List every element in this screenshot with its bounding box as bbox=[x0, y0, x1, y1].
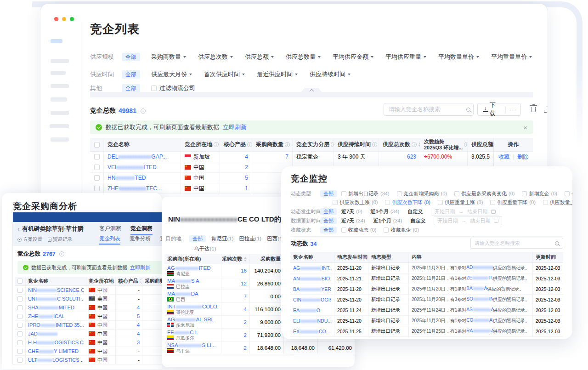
company-name[interactable]: H HxxxxxxxOGISTICS C... bbox=[28, 340, 84, 345]
table-row[interactable]: JADxxxxxxxx中国4 bbox=[15, 330, 162, 338]
row-checkbox[interactable] bbox=[17, 288, 23, 293]
company-name[interactable]: DELxxxxxxxxxxxxGAP... bbox=[107, 154, 167, 160]
search-icon[interactable] bbox=[466, 108, 470, 112]
company-name[interactable]: AGxxxxxxxxx INT... bbox=[293, 265, 331, 271]
table-row[interactable]: SHAxxxxxxxxMITED中国4 bbox=[15, 303, 162, 312]
sidebar-item-active[interactable] bbox=[51, 39, 62, 43]
checkbox[interactable] bbox=[543, 200, 548, 205]
company-name[interactable]: ANxxxxxxxxx BIO... bbox=[293, 276, 331, 281]
monitor-filter-option[interactable]: 竞企新增采购商(0) bbox=[397, 190, 447, 197]
filter-dropdown[interactable]: 首次供应时间 bbox=[204, 70, 245, 79]
content-company-name[interactable]: BAxxxxxA bbox=[466, 286, 487, 292]
table-row[interactable]: ULTxxxxxxLOGISTICS ...中国- bbox=[15, 356, 162, 364]
row-checkbox[interactable] bbox=[17, 349, 23, 354]
filter-dropdown[interactable]: 平均供应重量 bbox=[385, 53, 426, 61]
trash-icon[interactable] bbox=[531, 107, 536, 112]
fullscreen-icon[interactable] bbox=[544, 107, 548, 113]
content-company-name[interactable]: SOxxxxxxxINC bbox=[466, 296, 493, 303]
table-row[interactable]: DELxxxxxxxxxxxxGAP...新加坡47稳定竞企3 年 300 天6… bbox=[90, 152, 533, 162]
sort-icon[interactable] bbox=[244, 257, 247, 262]
table-row[interactable]: NSAxxxxxxxxx S LI...乌干达218,648.0018,648.… bbox=[164, 342, 355, 354]
row-checkbox[interactable] bbox=[94, 175, 100, 181]
destination-option[interactable]: 巴拉圭(1) bbox=[239, 235, 262, 242]
core-product-count[interactable]: 4 bbox=[245, 154, 248, 160]
purchaser-name[interactable]: MAxxxxxx S A bbox=[167, 278, 199, 284]
table-row[interactable]: H HxxxxxxxOGISTICS C...中国3 bbox=[15, 338, 162, 347]
purchase-times[interactable]: 2 bbox=[244, 345, 247, 351]
filter-all-chip[interactable]: 全部 bbox=[320, 190, 337, 197]
app-action-settings[interactable]: 方案设置 bbox=[17, 236, 42, 243]
download-button[interactable]: 下载 bbox=[478, 101, 505, 118]
sidebar-item[interactable] bbox=[51, 59, 69, 63]
select-all-checkbox[interactable] bbox=[94, 142, 100, 148]
purchase-times[interactable]: 7 bbox=[244, 294, 247, 299]
company-name[interactable]: SHAxxxxxxxxMITED bbox=[28, 305, 74, 310]
row-checkbox[interactable] bbox=[94, 186, 100, 191]
time-quick-option[interactable]: 近1个月(34) bbox=[371, 208, 400, 215]
row-checkbox[interactable] bbox=[17, 340, 23, 345]
search-input[interactable] bbox=[475, 240, 552, 246]
core-product-count[interactable]: 4 bbox=[137, 331, 140, 336]
sidebar-item[interactable] bbox=[51, 84, 69, 88]
core-product-count[interactable]: 4 bbox=[137, 322, 140, 328]
monitor-filter-option[interactable]: 供应次数下降(0) bbox=[385, 199, 430, 206]
close-window-button[interactable] bbox=[54, 17, 58, 21]
checkbox[interactable] bbox=[341, 191, 346, 196]
checkbox[interactable] bbox=[151, 85, 157, 91]
filter-all-chip[interactable]: 全部 bbox=[122, 84, 140, 92]
core-product-count[interactable]: 5 bbox=[137, 313, 140, 319]
row-checkbox[interactable] bbox=[17, 314, 23, 319]
app-action-records[interactable]: 贸易记录 bbox=[48, 236, 72, 243]
date-range-input[interactable]: 开始日期→结束日期 bbox=[431, 207, 499, 216]
checkbox[interactable] bbox=[385, 200, 390, 205]
destination-all-chip[interactable]: 全部 bbox=[189, 235, 206, 242]
monitor-filter-option[interactable]: 新增竞企(0) bbox=[522, 190, 557, 197]
row-checkbox[interactable] bbox=[17, 358, 23, 363]
purchase-times[interactable]: 2 bbox=[244, 319, 247, 325]
core-product-count[interactable]: 5 bbox=[245, 175, 248, 181]
company-name[interactable]: ZHExxxxxxxxxxTEC... bbox=[107, 185, 162, 192]
filter-checkbox-item[interactable]: 过滤物流公司 bbox=[151, 84, 195, 92]
content-company-name[interactable]: COxxxxxxxAL S R L bbox=[466, 318, 493, 324]
refresh-now-link[interactable]: 立即刷新 bbox=[223, 123, 247, 131]
maximize-window-button[interactable] bbox=[70, 17, 74, 21]
company-name[interactable]: HNxxxxxxxTED bbox=[107, 175, 146, 181]
breadcrumb[interactable]: ‹有机磷类除草剂-草甘膦 bbox=[17, 225, 84, 233]
time-quick-option[interactable]: 近1个月(34) bbox=[373, 217, 402, 224]
row-checkbox[interactable] bbox=[17, 323, 23, 328]
company-name[interactable]: UNIxxxxxxxxC SOLUTI... bbox=[28, 296, 84, 302]
table-row[interactable]: CHExxxxxxY LIMITED中国- bbox=[15, 347, 162, 356]
purchaser-name[interactable]: AGxxxxxxxx AL SRL bbox=[167, 317, 214, 323]
monitor-filter-option[interactable]: 供应重量上涨(0) bbox=[438, 199, 483, 206]
company-name[interactable]: CINxxxxxxxxOGIS... bbox=[293, 297, 331, 302]
tab-客户洞察[interactable]: 客户洞察 bbox=[99, 223, 121, 235]
monitor-filter-option[interactable]: 供应次数上涨(0) bbox=[333, 199, 378, 206]
table-row[interactable]: IPROxxxxxxIMITED 35...中国4 bbox=[15, 321, 162, 330]
company-name[interactable]: IPROxxxxxxIMITED 35... bbox=[28, 322, 84, 328]
buyer-count[interactable]: 7 bbox=[285, 154, 288, 160]
checkbox[interactable] bbox=[454, 191, 459, 196]
table-row[interactable]: EAxxxxxxxO2025-11-24新增出口记录2025年11月24日，有1… bbox=[290, 305, 563, 316]
action-link[interactable]: 收藏 bbox=[498, 153, 509, 161]
row-checkbox[interactable] bbox=[17, 331, 23, 336]
checkbox[interactable] bbox=[438, 200, 443, 205]
destination-option[interactable]: 肯尼亚(1) bbox=[211, 235, 234, 242]
action-link[interactable]: 删除 bbox=[517, 153, 528, 161]
refresh-now-link[interactable]: 立即刷新 bbox=[130, 264, 150, 271]
core-product-count[interactable]: 2 bbox=[245, 164, 248, 171]
table-row[interactable]: ZHExxxxxxICAL中国5 bbox=[15, 312, 162, 321]
row-checkbox[interactable] bbox=[94, 154, 100, 159]
content-company-name[interactable]: ZExxxxxxxTURE COR bbox=[466, 275, 493, 282]
filter-all-chip[interactable]: 全部 bbox=[320, 217, 337, 224]
checkbox[interactable] bbox=[490, 200, 495, 205]
sidebar-item[interactable] bbox=[51, 111, 69, 115]
table-row[interactable]: ELIxxxxxxxNDU...2025-11-20新增出口记录2025年11月… bbox=[290, 316, 563, 326]
monitor-filter-option[interactable]: 收藏动态(0) bbox=[341, 227, 376, 233]
filter-dropdown[interactable]: 最近供应时间 bbox=[257, 70, 298, 79]
minimize-window-button[interactable] bbox=[62, 17, 66, 21]
close-icon[interactable]: × bbox=[523, 124, 527, 131]
monitor-filter-option[interactable]: 供应数量上涨(0) bbox=[543, 199, 572, 206]
select-all-checkbox[interactable] bbox=[17, 279, 23, 284]
monitor-filter-option[interactable]: 供应重量下降(0) bbox=[490, 199, 535, 206]
search-input[interactable] bbox=[389, 106, 463, 113]
